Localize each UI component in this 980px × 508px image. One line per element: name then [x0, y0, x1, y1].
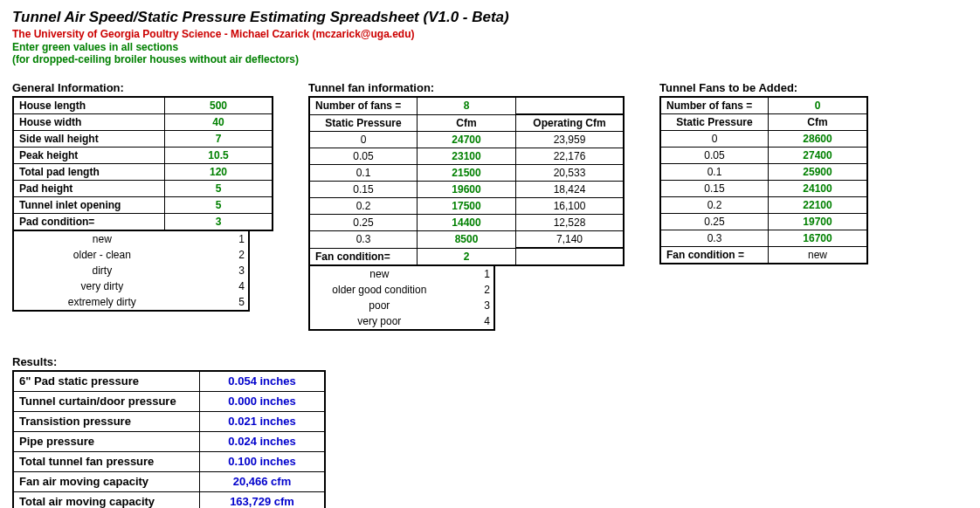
general-label: Pad height	[13, 181, 165, 197]
fan-hdr-op: Operating Cfm	[516, 114, 625, 132]
general-label: Peak height	[13, 148, 165, 164]
fan-sp: 0.2	[309, 198, 418, 215]
fan-table: Number of fans = 8 Static Pressure Cfm O…	[308, 96, 625, 266]
fan-op: 16,100	[516, 198, 625, 215]
cond-num: 4	[190, 278, 249, 294]
general-label: House length	[13, 97, 165, 114]
fan-op: 12,528	[516, 215, 625, 231]
fan-hdr-cfm: Cfm	[418, 114, 516, 132]
result-value: 0.024 inches	[200, 432, 326, 452]
subtitle-author: The University of Georgia Poultry Scienc…	[12, 28, 968, 40]
result-value: 20,466 cfm	[200, 472, 326, 492]
fan-op: 18,424	[516, 182, 625, 198]
general-input[interactable]: 7	[165, 131, 273, 148]
add-cfm-input[interactable]: 16700	[769, 230, 868, 247]
add-cfm-input[interactable]: 28600	[769, 131, 868, 148]
page-title: Tunnel Air Speed/Static Pressure Estimat…	[12, 9, 968, 26]
fan-hdr-sp: Static Pressure	[309, 114, 418, 132]
general-label: Pad condition=	[13, 214, 165, 231]
general-input[interactable]: 40	[165, 114, 273, 131]
add-fan-table: Number of fans = 0 Static Pressure Cfm 0…	[659, 96, 868, 264]
add-cfm-input[interactable]: 24100	[769, 181, 868, 197]
fan-op: 22,176	[516, 148, 625, 165]
result-value: 0.000 inches	[200, 392, 326, 412]
fan-sp: 0	[309, 132, 418, 148]
add-cond-value: new	[769, 247, 868, 264]
cond-label: very dirty	[13, 278, 190, 294]
fan-cfm-input[interactable]: 24700	[418, 132, 516, 148]
result-label: Fan air moving capacity	[13, 472, 200, 492]
fan-op: 20,533	[516, 165, 625, 182]
fan-op: 7,140	[516, 231, 625, 249]
add-cfm-input[interactable]: 22100	[769, 197, 868, 214]
fan-info-section: Tunnel fan information: Number of fans =…	[308, 81, 625, 331]
general-label: House width	[13, 114, 165, 131]
add-cfm-input[interactable]: 19700	[769, 214, 868, 230]
add-sp: 0.25	[660, 214, 769, 230]
add-cfm-input[interactable]: 27400	[769, 148, 868, 164]
fan-num-input[interactable]: 8	[418, 97, 516, 114]
cond-num: 2	[190, 247, 249, 263]
general-input[interactable]: 5	[165, 197, 273, 214]
fan-heading: Tunnel fan information:	[308, 81, 625, 94]
general-label: Total pad length	[13, 164, 165, 181]
fan-sp: 0.05	[309, 148, 418, 165]
add-sp: 0.1	[660, 164, 769, 181]
fan-cfm-input[interactable]: 8500	[418, 231, 516, 249]
result-label: Pipe pressure	[13, 432, 200, 452]
fan-num-label: Number of fans =	[309, 97, 418, 114]
general-section: General Information: House length500 Hou…	[12, 81, 273, 312]
result-label: Transistion pressure	[13, 412, 200, 432]
cond-num: 2	[449, 282, 494, 298]
add-sp: 0.2	[660, 197, 769, 214]
fan-condition-legend: new1 older good condition2 poor3 very po…	[308, 266, 495, 331]
cond-label: older - clean	[13, 247, 190, 263]
fan-cfm-input[interactable]: 21500	[418, 165, 516, 182]
cond-num: 5	[190, 294, 249, 311]
result-label: Total air moving capacity	[13, 492, 200, 509]
add-sp: 0	[660, 131, 769, 148]
add-heading: Tunnel Fans to be Added:	[659, 81, 868, 94]
cond-label: new	[13, 231, 190, 247]
subtitle-instruction-1: Enter green values in all sections	[12, 41, 968, 53]
result-value: 0.021 inches	[200, 412, 326, 432]
general-input[interactable]: 500	[165, 97, 273, 114]
general-input[interactable]: 120	[165, 164, 273, 181]
general-input[interactable]: 5	[165, 181, 273, 197]
general-input[interactable]: 3	[165, 214, 273, 231]
cond-label: dirty	[13, 263, 190, 278]
cond-label: older good condition	[309, 282, 449, 298]
result-label: Tunnel curtain/door pressure	[13, 392, 200, 412]
fan-op: 23,959	[516, 132, 625, 148]
general-heading: General Information:	[12, 81, 273, 94]
add-num-label: Number of fans =	[660, 97, 769, 114]
pad-condition-legend: new1 older - clean2 dirty3 very dirty4 e…	[12, 231, 250, 312]
cond-num: 1	[190, 231, 249, 247]
result-value: 0.100 inches	[200, 452, 326, 472]
add-fan-section: Tunnel Fans to be Added: Number of fans …	[659, 81, 868, 264]
fan-cfm-input[interactable]: 23100	[418, 148, 516, 165]
fan-cond-input[interactable]: 2	[418, 248, 516, 265]
add-cfm-input[interactable]: 25900	[769, 164, 868, 181]
cond-num: 3	[449, 298, 494, 313]
results-table: 6" Pad static pressure0.054 inches Tunne…	[12, 370, 326, 508]
results-heading: Results:	[12, 355, 968, 368]
general-input[interactable]: 10.5	[165, 148, 273, 164]
add-sp: 0.15	[660, 181, 769, 197]
add-sp: 0.05	[660, 148, 769, 164]
cond-label: very poor	[309, 313, 449, 330]
result-value: 0.054 inches	[200, 371, 326, 392]
cond-num: 4	[449, 313, 494, 330]
add-num-input[interactable]: 0	[769, 97, 868, 114]
result-label: 6" Pad static pressure	[13, 371, 200, 392]
cond-label: new	[309, 266, 449, 282]
general-table: House length500 House width40 Side wall …	[12, 96, 273, 231]
subtitle-instruction-2: (for dropped-ceiling broiler houses with…	[12, 53, 968, 65]
fan-sp: 0.15	[309, 182, 418, 198]
fan-cfm-input[interactable]: 17500	[418, 198, 516, 215]
cond-label: extremely dirty	[13, 294, 190, 311]
fan-cfm-input[interactable]: 14400	[418, 215, 516, 231]
fan-sp: 0.1	[309, 165, 418, 182]
fan-cfm-input[interactable]: 19600	[418, 182, 516, 198]
general-label: Tunnel inlet opening	[13, 197, 165, 214]
